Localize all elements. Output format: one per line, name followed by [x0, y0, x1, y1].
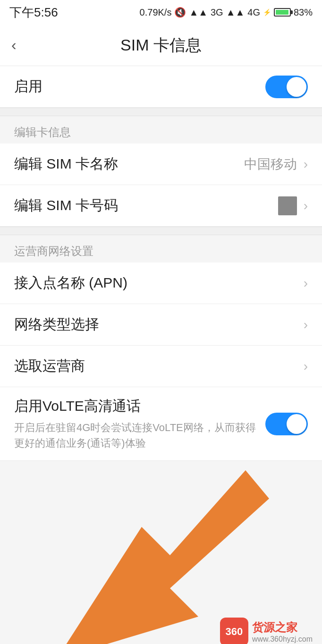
chevron-right-icon2: ›	[304, 198, 308, 213]
volte-text: 启用VoLTE高清通话 开启后在驻留4G时会尝试连接VoLTE网络，从而获得更好…	[14, 397, 258, 451]
arrow-annotation	[0, 461, 322, 644]
chevron-right-icon: ›	[304, 157, 308, 172]
status-bar: 下午5:56 0.79K/s 🔇 ▲▲ 3G ▲▲ 4G ⚡ 83%	[0, 0, 322, 25]
network-type-row[interactable]: 网络类型选择 ›	[0, 304, 322, 346]
select-carrier-label: 选取运营商	[14, 356, 302, 376]
enable-label: 启用	[14, 77, 265, 96]
toggle-thumb	[287, 77, 306, 97]
network-3g: 3G	[211, 7, 223, 18]
section-divider-2	[0, 227, 322, 235]
battery-percent: 83%	[294, 7, 313, 18]
chevron-right-icon3: ›	[304, 276, 308, 291]
back-button[interactable]: ‹	[11, 36, 17, 54]
battery-icon	[274, 8, 291, 17]
toolbar: ‹ SIM 卡信息	[0, 25, 322, 66]
volte-row[interactable]: 启用VoLTE高清通话 开启后在驻留4G时会尝试连接VoLTE网络，从而获得更好…	[0, 387, 322, 461]
annotation-area: 360 货源之家 www.360hyzj.com	[0, 461, 322, 644]
mute-icon: 🔇	[174, 7, 186, 18]
volte-toggle-thumb	[287, 414, 306, 434]
edit-sim-name-value: 中国移动	[244, 155, 297, 173]
apn-label: 接入点名称 (APN)	[14, 273, 302, 293]
network-type-label: 网络类型选择	[14, 315, 302, 334]
apn-row[interactable]: 接入点名称 (APN) ›	[0, 263, 322, 304]
network-speed: 0.79K/s	[140, 7, 172, 18]
signal-icon: ▲▲	[189, 7, 208, 18]
edit-sim-number-label: 编辑 SIM 卡号码	[14, 196, 278, 215]
page-title: SIM 卡信息	[120, 34, 202, 56]
chevron-right-icon4: ›	[304, 317, 308, 332]
signal-icon2: ▲▲	[226, 7, 245, 18]
edit-sim-name-row[interactable]: 编辑 SIM 卡名称 中国移动 ›	[0, 144, 322, 185]
watermark-360-text: 360	[226, 626, 243, 638]
watermark: 360 货源之家 www.360hyzj.com	[220, 618, 313, 644]
enable-row[interactable]: 启用	[0, 66, 322, 108]
enable-toggle[interactable]	[265, 76, 308, 98]
watermark-url: www.360hyzj.com	[252, 635, 313, 644]
watermark-360-logo: 360	[220, 618, 248, 644]
volte-toggle[interactable]	[265, 413, 308, 435]
chevron-right-icon5: ›	[304, 359, 308, 374]
volte-desc: 开启后在驻留4G时会尝试连接VoLTE网络，从而获得更好的通信业务(通话等)体验	[14, 420, 258, 451]
sim-number-thumbnail	[278, 196, 297, 215]
edit-card-section-label: 编辑卡信息	[0, 116, 322, 144]
watermark-text-block: 货源之家 www.360hyzj.com	[252, 620, 313, 644]
section-divider-1	[0, 108, 322, 116]
carrier-section-label: 运营商网络设置	[0, 235, 322, 263]
watermark-title: 货源之家	[252, 620, 313, 635]
status-right: 0.79K/s 🔇 ▲▲ 3G ▲▲ 4G ⚡ 83%	[140, 7, 313, 18]
select-carrier-row[interactable]: 选取运营商 ›	[0, 346, 322, 387]
edit-sim-number-row[interactable]: 编辑 SIM 卡号码 ›	[0, 185, 322, 227]
charging-icon: ⚡	[263, 8, 271, 16]
edit-sim-name-label: 编辑 SIM 卡名称	[14, 154, 244, 174]
status-time: 下午5:56	[9, 4, 58, 21]
network-4g: 4G	[247, 7, 260, 18]
volte-title: 启用VoLTE高清通话	[14, 397, 258, 416]
